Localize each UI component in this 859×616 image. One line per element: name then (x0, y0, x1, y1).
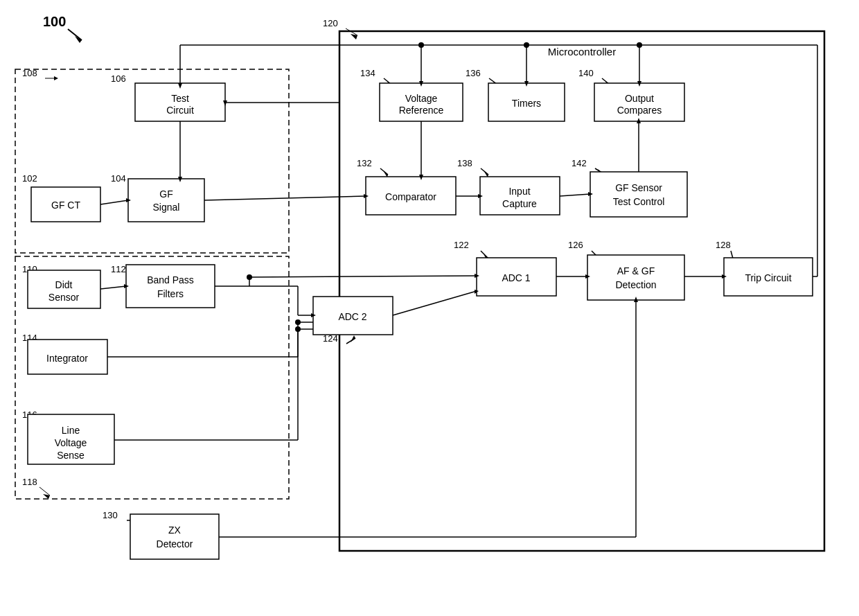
ref-128: 128 (716, 240, 731, 250)
comparator-label: Comparator (385, 191, 436, 202)
svg-line-55 (249, 276, 477, 277)
ref-108: 108 (22, 68, 37, 78)
microcontroller-label: Microcontroller (548, 46, 616, 58)
line-voltage-label-2: Voltage (55, 437, 87, 448)
ref-102: 102 (22, 173, 37, 184)
ref-130: 130 (103, 510, 118, 520)
ref-106: 106 (111, 73, 126, 84)
adc1-label: ADC 1 (502, 272, 530, 283)
band-pass-label-1: Band Pass (147, 274, 194, 285)
voltage-ref-label-1: Voltage (405, 93, 438, 104)
line-voltage-label-3: Sense (57, 450, 85, 461)
line-voltage-label-1: Line (62, 425, 80, 436)
svg-line-49 (100, 286, 126, 289)
circuit-diagram: 100 Microcontroller 108 102 104 106 110 … (0, 0, 859, 616)
diagram-container: 100 Microcontroller 108 102 104 106 110 … (0, 0, 859, 616)
zx-detector-box (130, 514, 219, 559)
svg-marker-3 (54, 76, 58, 80)
gf-sensor-test-box (590, 172, 687, 217)
input-capture-label-1: Input (508, 186, 530, 197)
ref-126: 126 (568, 240, 583, 250)
svg-point-87 (418, 42, 424, 48)
svg-line-63 (393, 291, 477, 315)
ref-134: 134 (360, 68, 375, 78)
gf-sensor-test-label-1: GF Sensor (615, 182, 662, 193)
svg-line-39 (204, 196, 366, 200)
ref-142: 142 (572, 158, 587, 168)
gf-signal-label-2: Signal (153, 202, 180, 213)
test-circuit-label-2: Circuit (166, 105, 194, 116)
svg-line-6 (39, 487, 50, 495)
gf-sensor-test-label-2: Test Control (613, 196, 665, 207)
diagram-title: 100 (43, 14, 66, 29)
trip-circuit-label: Trip Circuit (745, 272, 791, 283)
ref-136: 136 (466, 68, 481, 78)
zx-detector-label-2: Detector (157, 538, 193, 549)
timers-label: Timers (512, 98, 541, 109)
ref-122: 122 (454, 240, 469, 250)
ref-140: 140 (578, 68, 594, 78)
gf-signal-box (128, 179, 204, 222)
svg-point-90 (637, 42, 642, 48)
integrator-label: Integrator (46, 353, 88, 364)
band-pass-box (126, 265, 215, 308)
af-gf-box (587, 255, 684, 300)
ref-118: 118 (22, 477, 37, 487)
voltage-ref-label-2: Reference (399, 105, 444, 116)
svg-point-84 (524, 42, 529, 48)
didt-sensor-label-1: Didt (55, 279, 73, 290)
ref-132: 132 (357, 158, 372, 168)
didt-sensor-label-2: Sensor (48, 292, 80, 303)
ref-112: 112 (111, 264, 126, 274)
svg-line-37 (100, 200, 128, 204)
output-compares-label-2: Compares (617, 105, 662, 116)
gf-ct-label: GF CT (51, 200, 80, 211)
ref-104: 104 (111, 173, 126, 184)
af-gf-label-2: Detection (615, 279, 656, 290)
band-pass-label-2: Filters (157, 288, 184, 299)
output-compares-label-1: Output (625, 93, 654, 104)
zx-detector-label-1: ZX (168, 525, 181, 536)
svg-line-0 (68, 29, 82, 40)
ref-138: 138 (457, 158, 472, 168)
input-capture-label-2: Capture (502, 198, 537, 209)
adc2-label: ADC 2 (338, 311, 366, 322)
af-gf-label-1: AF & GF (617, 265, 655, 276)
test-circuit-label-1: Test (171, 93, 189, 104)
svg-line-45 (560, 194, 590, 196)
ref-120: 120 (323, 18, 338, 28)
gf-signal-label-1: GF (159, 188, 172, 200)
